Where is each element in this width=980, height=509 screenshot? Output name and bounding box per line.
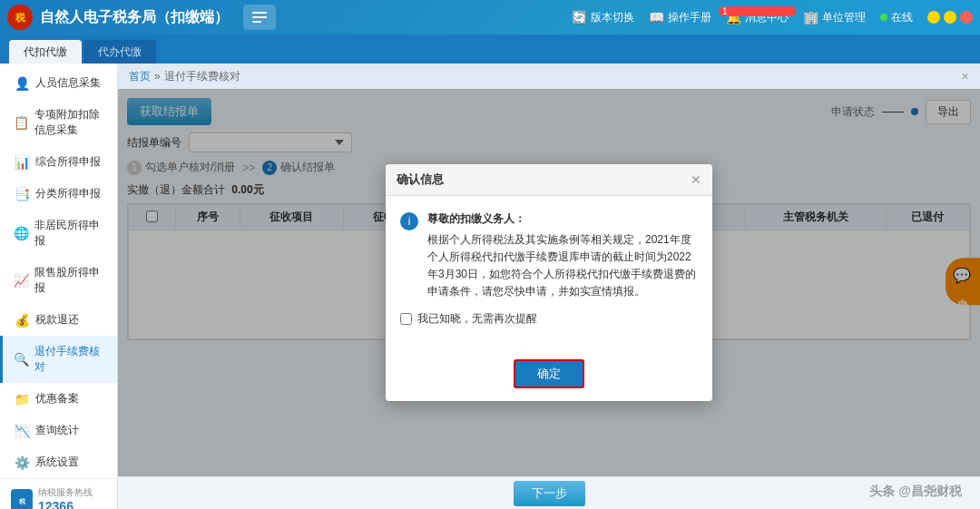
modal-content-row: i 尊敬的扣缴义务人： 根据个人所得税法及其实施条例等相关规定，2021年度个人…: [400, 210, 698, 301]
sidebar-item-preferred[interactable]: 📁 优惠备案: [0, 383, 117, 415]
no-remind-label: 我已知晓，无需再次提醒: [417, 311, 537, 327]
maximize-button[interactable]: [944, 11, 956, 24]
main-layout: 👤 人员信息采集 📋 专项附加扣除信息采集 📊 综合所得申报 📑 分类所得申报 …: [0, 64, 980, 509]
sidebar-item-restricted[interactable]: 📈 限售股所得申报: [0, 257, 117, 304]
sidebar-item-non-resident[interactable]: 🌐 非居民所得申报: [0, 210, 117, 257]
svg-text:税: 税: [15, 12, 26, 23]
sidebar: 👤 人员信息采集 📋 专项附加扣除信息采集 📊 综合所得申报 📑 分类所得申报 …: [0, 64, 118, 509]
query-icon: 📉: [14, 424, 30, 438]
modal-checkbox-row: 我已知晓，无需再次提醒: [400, 311, 698, 327]
special-deduct-icon: 📋: [14, 115, 29, 130]
sidebar-item-special-deduct[interactable]: 📋 专项附加扣除信息采集: [0, 99, 117, 146]
tax-refund-icon: 💰: [14, 313, 30, 328]
title-left: 税 自然人电子税务局（扣缴端）: [7, 5, 276, 30]
tab-agent-pay[interactable]: 代办代缴: [83, 40, 156, 64]
svg-rect-4: [252, 21, 261, 23]
content-area: 首页 » 退付手续费核对 ✕ 获取结报单 申请状态 —— 导出 结报单编号: [118, 64, 980, 509]
message-center[interactable]: 🔔 1 消息中心: [726, 10, 789, 25]
title-right: 🔄 版本切换 📖 操作手册 🔔 1 消息中心 🏢 单位管理 在线: [572, 10, 973, 25]
modal-dialog: 确认信息 ✕ i 尊敬的扣缴义务人： 根据个人所得税法及其实施条例等相关规定，2…: [386, 164, 712, 402]
unit-manage[interactable]: 🏢 单位管理: [803, 10, 866, 25]
next-button[interactable]: 下一步: [514, 481, 585, 506]
close-tab[interactable]: ✕: [961, 71, 969, 83]
nav-icon: [243, 5, 276, 30]
classified-icon: 📑: [14, 187, 30, 201]
svg-rect-2: [252, 12, 267, 14]
sidebar-item-refund-check[interactable]: 🔍 退付手续费核对: [0, 336, 117, 383]
sidebar-item-classified[interactable]: 📑 分类所得申报: [0, 178, 117, 210]
personnel-icon: 👤: [14, 76, 30, 91]
sidebar-item-system[interactable]: ⚙️ 系统设置: [0, 446, 117, 478]
modal-header: 确认信息 ✕: [386, 164, 712, 196]
breadcrumb-current: 退付手续费核对: [164, 69, 240, 84]
sidebar-item-comprehensive[interactable]: 📊 综合所得申报: [0, 146, 117, 178]
modal-text-content: 尊敬的扣缴义务人： 根据个人所得税法及其实施条例等相关规定，2021年度个人所得…: [427, 210, 698, 301]
online-dot: [880, 14, 887, 21]
version-switch[interactable]: 🔄 版本切换: [572, 10, 634, 25]
svg-rect-3: [252, 16, 267, 18]
non-resident-icon: 🌐: [14, 226, 29, 240]
window-controls: [927, 11, 973, 24]
preferred-icon: 📁: [14, 392, 30, 406]
tab-withholding[interactable]: 代扣代缴: [9, 40, 82, 64]
sidebar-bottom: 税 纳税服务热线 12366: [0, 478, 117, 509]
confirm-button[interactable]: 确定: [514, 359, 584, 388]
modal-greeting: 尊敬的扣缴义务人：: [427, 210, 698, 228]
hotline-logo: 税: [11, 489, 33, 509]
modal-body: i 尊敬的扣缴义务人： 根据个人所得税法及其实施条例等相关规定，2021年度个人…: [386, 196, 712, 353]
refund-check-icon: 🔍: [14, 352, 29, 367]
manual-icon: 📖: [649, 10, 664, 24]
sidebar-item-tax-refund[interactable]: 💰 税款退还: [0, 304, 117, 336]
no-remind-checkbox[interactable]: [400, 313, 412, 325]
version-icon: 🔄: [572, 10, 587, 24]
close-button[interactable]: [960, 11, 973, 24]
system-icon: ⚙️: [14, 455, 30, 470]
minimize-button[interactable]: [927, 11, 940, 24]
modal-close-button[interactable]: ✕: [691, 172, 701, 187]
content-inner: 获取结报单 申请状态 —— 导出 结报单编号 1 勾选单户核对: [118, 89, 980, 476]
title-bar: 税 自然人电子税务局（扣缴端） 🔄 版本切换 📖 操作手册 🔔 1 消息中心 🏢…: [0, 0, 980, 34]
modal-main-text: 根据个人所得税法及其实施条例等相关规定，2021年度个人所得税代扣代缴手续费退库…: [427, 231, 698, 301]
bottom-bar: 下一步: [118, 476, 980, 509]
modal-footer: 确定: [386, 352, 712, 401]
restricted-icon: 📈: [14, 273, 29, 288]
online-status: 在线: [880, 10, 913, 25]
svg-text:税: 税: [18, 497, 26, 504]
unit-icon: 🏢: [803, 10, 818, 24]
hotline-info: 纳税服务热线 12366: [38, 486, 93, 509]
breadcrumb-home[interactable]: 首页: [129, 69, 151, 84]
operation-manual[interactable]: 📖 操作手册: [649, 10, 711, 25]
modal-overlay: 确认信息 ✕ i 尊敬的扣缴义务人： 根据个人所得税法及其实施条例等相关规定，2…: [118, 89, 980, 476]
comprehensive-icon: 📊: [14, 155, 30, 170]
info-icon: i: [400, 212, 418, 230]
service-hotline: 税 纳税服务热线 12366: [0, 479, 117, 509]
breadcrumb-sep1: »: [154, 70, 161, 83]
app-logo: 税: [7, 5, 33, 30]
modal-title: 确认信息: [397, 171, 444, 188]
sidebar-item-query[interactable]: 📉 查询统计: [0, 415, 117, 446]
message-badge: 1: [719, 6, 796, 16]
breadcrumb: 首页 » 退付手续费核对 ✕: [118, 64, 980, 89]
app-title: 自然人电子税务局（扣缴端）: [40, 8, 229, 27]
sidebar-item-personnel[interactable]: 👤 人员信息采集: [0, 67, 117, 99]
nav-tabs-bar: 代扣代缴 代办代缴: [0, 34, 980, 64]
